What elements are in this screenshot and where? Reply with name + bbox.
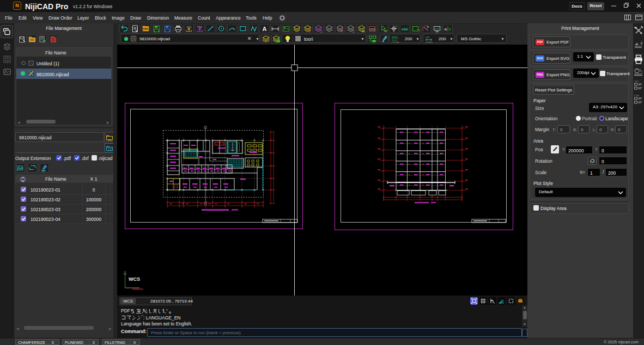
svg-text:o: o: [445, 27, 447, 31]
svg-text:PNG: PNG: [197, 26, 202, 28]
svg-text:ABB: ABB: [402, 28, 408, 31]
svg-text:SVG: SVG: [186, 26, 191, 28]
svg-text:WCS: WCS: [129, 276, 140, 282]
svg-text:DWG: DWG: [143, 28, 149, 30]
svg-text:LAYO: LAYO: [634, 81, 639, 83]
svg-text:PLNE: PLNE: [634, 95, 640, 97]
svg-text:A: A: [396, 25, 398, 28]
svg-text:W: W: [385, 29, 387, 33]
svg-text:SCALE: SCALE: [426, 41, 433, 44]
svg-text:PDF: PDF: [108, 140, 112, 141]
svg-text:NUM: NUM: [19, 167, 23, 169]
svg-text:ABC: ABC: [42, 170, 46, 172]
svg-text:UCS: UCS: [369, 28, 375, 31]
svg-text:A: A: [262, 26, 266, 32]
svg-text:DIM: DIM: [426, 36, 429, 39]
svg-text:s: s: [449, 27, 451, 31]
svg-text:LTSCALE: LTSCALE: [392, 41, 399, 44]
